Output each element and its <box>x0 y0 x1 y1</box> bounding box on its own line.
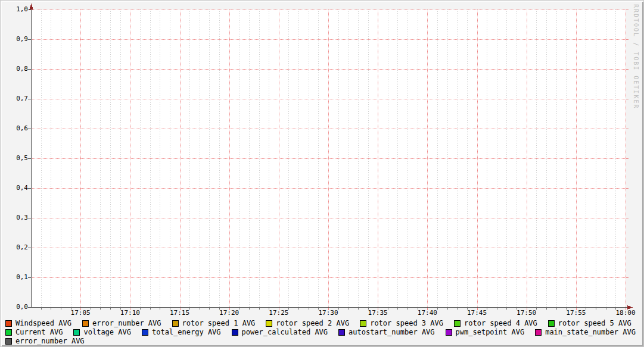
y-axis-tick-label: 0,5 <box>1 154 28 162</box>
legend-item: error_number AVG <box>82 319 161 328</box>
legend-color-swatch-icon <box>454 320 461 327</box>
y-axis-tick-label: 0,2 <box>1 243 28 251</box>
legend-color-swatch-icon <box>535 329 542 336</box>
legend-item: rotor speed 5 AVG <box>548 319 631 328</box>
legend-series-label: rotor speed 3 AVG <box>370 319 443 328</box>
legend-series-label: rotor speed 1 AVG <box>182 319 256 328</box>
x-axis-tick-label: 17:05 <box>63 309 98 317</box>
x-axis-tick-label: 17:20 <box>211 309 247 317</box>
legend-item: error_number AVG <box>5 337 85 346</box>
legend-row: Current AVGvoltage AVGtotal_energy AVGpo… <box>5 328 636 337</box>
y-axis-arrow-icon <box>29 4 33 10</box>
legend-item: power_calculated AVG <box>232 328 328 337</box>
x-axis-tick-label: 17:45 <box>459 309 495 317</box>
legend-color-swatch-icon <box>172 320 179 327</box>
y-axis-tick-label: 1,0 <box>1 5 28 13</box>
y-axis-tick-label: 0,3 <box>1 214 28 221</box>
legend-row: Windspeed AVGerror_number AVGrotor speed… <box>5 319 636 328</box>
plot-area <box>1 1 644 347</box>
legend-series-label: rotor speed 4 AVG <box>464 319 537 328</box>
x-axis-tick-label: 18:00 <box>608 309 643 317</box>
legend-item: autostart_number AVG <box>338 328 435 337</box>
legend-item: Windspeed AVG <box>5 319 71 328</box>
y-axis-tick-label: 0,4 <box>1 184 28 192</box>
y-axis-tick-label: 0,7 <box>1 95 28 102</box>
legend-series-label: rotor speed 2 AVG <box>276 319 349 328</box>
legend-color-swatch-icon <box>338 329 345 336</box>
x-axis-tick-label: 17:30 <box>310 309 346 317</box>
rrdtool-graph: 1,00,90,80,70,60,50,40,30,20,10,0 17:051… <box>0 0 644 347</box>
legend-item: main_state_number AVG <box>535 328 636 337</box>
legend-color-swatch-icon <box>73 329 80 336</box>
legend-color-swatch-icon <box>5 338 12 345</box>
legend-series-label: voltage AVG <box>83 328 130 337</box>
legend-series-label: pwm_setpoint AVG <box>456 328 525 337</box>
x-axis-tick-label: 17:35 <box>360 309 396 317</box>
y-axis-tick-label: 0,6 <box>1 124 28 132</box>
legend-row: error_number AVG <box>5 337 636 346</box>
legend-series-label: main_state_number AVG <box>545 328 636 337</box>
legend-series-label: autostart_number AVG <box>349 328 435 337</box>
legend-item: voltage AVG <box>73 328 130 337</box>
legend-color-swatch-icon <box>5 329 12 336</box>
legend-series-label: rotor speed 5 AVG <box>558 319 631 328</box>
y-axis-tick-label: 0,0 <box>1 303 28 311</box>
legend-item: rotor speed 3 AVG <box>360 319 443 328</box>
x-axis-tick-label: 17:15 <box>162 309 198 317</box>
legend-color-swatch-icon <box>548 320 555 327</box>
legend-series-label: error_number AVG <box>92 319 161 328</box>
legend-item: pwm_setpoint AVG <box>446 328 525 337</box>
x-axis-tick-label: 17:25 <box>261 309 297 317</box>
watermark-text: RRDTOOL / TOBI OETIKER <box>633 4 639 109</box>
legend-series-label: power_calculated AVG <box>242 328 328 337</box>
y-axis-tick-label: 0,1 <box>1 273 28 281</box>
legend-series-label: total_energy AVG <box>152 328 221 337</box>
x-axis-tick-label: 17:55 <box>558 309 594 317</box>
legend-color-swatch-icon <box>446 329 452 336</box>
x-axis-tick-label: 17:50 <box>509 309 545 317</box>
legend-item: Current AVG <box>5 328 63 337</box>
chart-legend: Windspeed AVGerror_number AVGrotor speed… <box>5 319 636 346</box>
x-axis-tick-label: 17:10 <box>112 309 148 317</box>
legend-item: rotor speed 1 AVG <box>172 319 256 328</box>
legend-series-label: Current AVG <box>15 328 63 337</box>
legend-color-swatch-icon <box>82 320 89 327</box>
legend-color-swatch-icon <box>232 329 238 336</box>
legend-series-label: error_number AVG <box>15 337 85 346</box>
legend-item: total_energy AVG <box>142 328 221 337</box>
y-axis-tick-label: 0,9 <box>1 35 28 43</box>
x-axis-tick-label: 17:40 <box>409 309 445 317</box>
legend-color-swatch-icon <box>266 320 272 327</box>
legend-item: rotor speed 2 AVG <box>266 319 349 328</box>
legend-color-swatch-icon <box>5 320 12 327</box>
legend-color-swatch-icon <box>142 329 148 336</box>
legend-color-swatch-icon <box>360 320 366 327</box>
legend-series-label: Windspeed AVG <box>15 319 71 328</box>
y-axis-tick-label: 0,8 <box>1 65 28 73</box>
legend-item: rotor speed 4 AVG <box>454 319 537 328</box>
